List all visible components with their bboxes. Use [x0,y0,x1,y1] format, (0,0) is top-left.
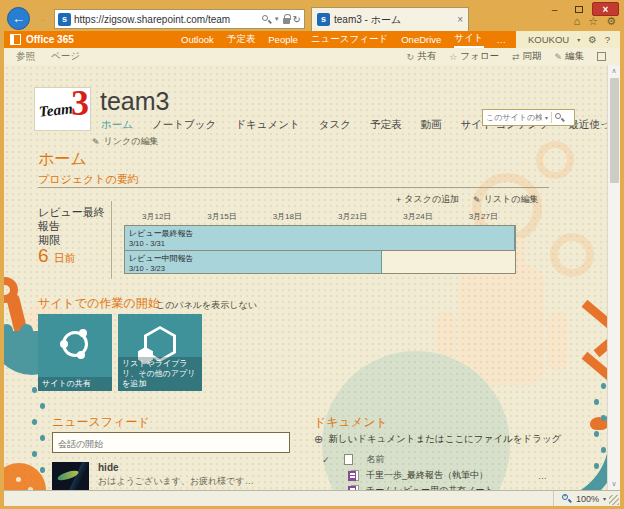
nav-documents[interactable]: ドキュメント [235,118,299,132]
site-logo[interactable]: Team 3 [34,87,91,131]
decor-dot [16,477,21,482]
nav-tasks[interactable]: タスク [319,118,351,132]
site-search: ▾ [482,109,575,126]
search-input[interactable] [486,113,542,122]
documents-table-header: ✓ 名前 [322,453,385,466]
search-icon[interactable] [262,15,271,24]
refresh-icon[interactable]: ↻ [293,14,301,25]
newsfeed-heading: ニュースフィード [52,414,150,431]
tab-close-icon[interactable]: × [457,14,463,25]
maximize-icon [575,6,583,13]
suite-link-newsfeed[interactable]: ニュースフィード [311,33,388,46]
sync-icon: ⇄ [512,52,520,62]
follow-star-icon: ☆ [449,52,457,62]
address-bar[interactable]: s https://zigsow.sharepoint.com/team ▼ ↻ [54,9,305,29]
suite-link-sites[interactable]: サイト [454,32,483,48]
scroll-up-icon[interactable]: ∧ [608,65,620,77]
nav-notebook[interactable]: ノートブック [152,118,216,132]
search-scope-dropdown-icon[interactable]: ▾ [545,114,548,121]
browser-tab[interactable]: s team3 - ホーム × [311,7,469,31]
minimize-button[interactable]: – [544,2,565,16]
select-all-check-icon[interactable]: ✓ [322,455,330,465]
add-app-tile[interactable]: リストやライブラリ、その他のアプリを追加 [118,314,202,391]
suite-bar: Office 365 Outlook 予定表 People ニュースフィード O… [4,31,620,48]
edit-pencil-icon: ✎ [554,52,562,62]
back-button[interactable]: ← [7,7,30,30]
office-logo-icon[interactable] [10,34,21,45]
table-row[interactable]: 千里一歩_最終報告（執筆中） … [348,469,548,482]
nav-calendar[interactable]: 予定表 [370,118,402,132]
suite-link-calendar[interactable]: 予定表 [227,33,256,46]
edit-list-button[interactable]: ✎リストの編集 [473,193,538,206]
gantt-bar[interactable]: レビュー中間報告 3/10 - 3/23 [125,251,382,274]
sync-button[interactable]: ⇄同期 [512,50,542,63]
name-column-header[interactable]: 名前 [367,453,385,466]
late-task-panel[interactable]: レビュー最終報告 期限 6 日前 [38,205,110,265]
maximize-button[interactable] [568,2,589,16]
ribbon-tab-browse[interactable]: 参照 [16,50,35,63]
user-segment: KOUKOU ▾ ⚙ ? [516,31,620,48]
sharepoint-favicon: s [58,13,71,26]
focus-content-icon[interactable] [597,52,606,61]
ribbon-tab-page[interactable]: ページ [51,50,80,63]
edit-button[interactable]: ✎編集 [554,50,584,63]
gantt-row[interactable]: レビュー中間報告 3/10 - 3/23 [125,250,515,274]
scroll-down-icon[interactable]: ∨ [608,478,620,490]
gantt-bar[interactable]: レビュー最終報告 3/10 - 3/31 [125,226,515,250]
page-title: ホーム [38,149,87,170]
edit-pencil-icon: ✎ [473,195,481,205]
forward-button[interactable]: → [33,10,50,27]
suite-link-people[interactable]: People [268,34,298,45]
post-text: おはようございます、お疲れ様です… [98,475,254,488]
nav-videos[interactable]: 動画 [420,118,441,132]
share-site-tile[interactable]: サイトの共有 [38,314,112,391]
scrollbar-thumb[interactable] [610,78,619,183]
divider [38,187,549,188]
close-button[interactable]: × [592,2,619,16]
gantt-row[interactable]: レビュー最終報告 3/10 - 3/31 [125,226,515,250]
dismiss-panel-link[interactable]: このパネルを表示しない [156,299,257,312]
search-magnifier-icon[interactable] [555,113,564,122]
decor-gear-icon [550,233,594,277]
conversation-input[interactable] [53,435,289,454]
document-link[interactable]: 千里一歩_最終報告（執筆中） [366,469,531,482]
suite-link-outlook[interactable]: Outlook [181,34,214,45]
new-document-link[interactable]: ⊕ 新しいドキュメントまたはここにファイルをドラッグ [314,433,561,446]
documents-heading: ドキュメント [314,414,388,431]
nav-home[interactable]: ホーム [101,118,133,132]
edit-links-button[interactable]: ✎ リンクの編集 [92,135,158,148]
circle-plus-icon: ⊕ [314,433,323,446]
status-bar: 100% ▾ [4,490,620,506]
document-icon [348,470,359,482]
user-dropdown-icon[interactable]: ▾ [577,36,580,43]
newsfeed-post[interactable]: hide おはようございます、お疲れ様です… [52,462,254,490]
add-task-button[interactable]: +タスクの追加 [396,193,459,206]
lock-icon [283,18,290,24]
help-icon[interactable]: ? [605,34,610,45]
url-text[interactable]: https://zigsow.sharepoint.com/team [74,14,259,25]
zoom-magnifier-icon [562,494,572,504]
follow-button[interactable]: ☆フォロー [449,50,499,63]
file-type-icon [344,454,353,465]
address-dropdown-icon[interactable]: ▼ [274,16,280,22]
resize-grip[interactable] [609,495,619,505]
zoom-dropdown-icon[interactable]: ▾ [603,495,606,502]
vertical-scrollbar[interactable]: ∧ ∨ [607,65,620,490]
favorites-star-icon[interactable]: ☆ [588,15,598,28]
avatar[interactable] [52,462,89,490]
user-name[interactable]: KOUKOU [528,34,569,45]
suite-more-icon[interactable]: … [497,34,507,45]
site-title: team3 [100,87,169,116]
gantt-chart[interactable]: レビュー最終報告 3/10 - 3/31 レビュー中間報告 3/10 - 3/2… [124,225,516,274]
tab-favicon: s [317,13,330,26]
settings-gear-icon[interactable]: ⚙ [606,15,616,28]
suite-link-onedrive[interactable]: OneDrive [401,34,441,45]
ellipsis-icon[interactable]: … [538,471,548,481]
late-task-value: 6 [38,245,49,266]
suite-gear-icon[interactable]: ⚙ [588,34,597,45]
share-button[interactable]: ↻共有 [407,50,437,63]
post-author[interactable]: hide [98,462,254,473]
home-icon[interactable]: ⌂ [574,15,581,28]
share-icon: ↻ [407,52,415,62]
office-brand[interactable]: Office 365 [26,34,74,45]
